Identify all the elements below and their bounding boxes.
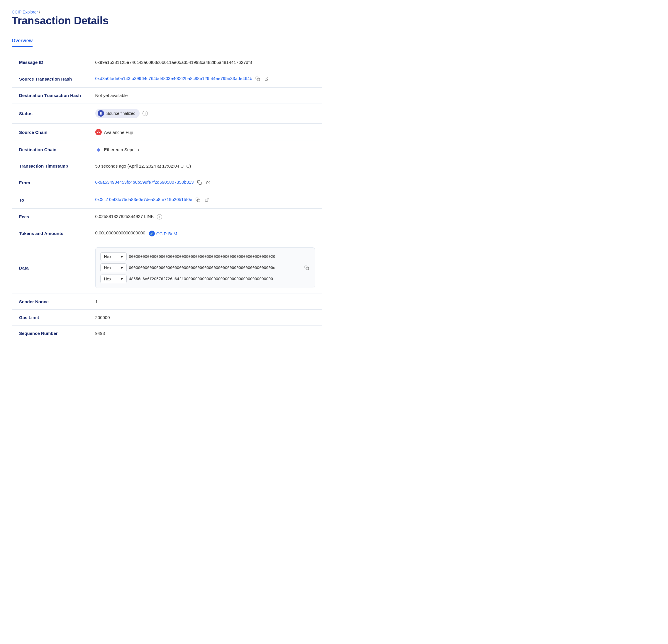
copy-to[interactable] <box>195 197 201 203</box>
value-sequence-number: 9493 <box>88 326 322 341</box>
row-from: From 0x6a534904453fc4b6b599fe7f2d6905807… <box>12 174 322 191</box>
fees-value: 0.025881327825344927 LINK <box>95 214 154 219</box>
hex-label-2: Hex <box>104 277 111 281</box>
value-timestamp: 50 seconds ago (April 12, 2024 at 17:02:… <box>88 158 322 174</box>
status-info-icon[interactable]: i <box>142 111 148 116</box>
row-fees: Fees 0.025881327825344927 LINK i <box>12 209 322 225</box>
value-from: 0x6a534904453fc4b6b599fe7f2d6905807350b8… <box>88 174 322 191</box>
copy-data-icon[interactable] <box>304 265 310 271</box>
row-source-chain: Source Chain Avalanche Fuji <box>12 124 322 141</box>
avax-icon <box>95 129 102 135</box>
tabs-container: Overview <box>12 35 322 47</box>
fees-info-icon[interactable]: i <box>157 214 162 219</box>
value-message-id: 0x99a15381125e740c43a60f03c6b011ae05a354… <box>88 54 322 70</box>
label-fees: Fees <box>12 209 88 225</box>
source-tx-hash-link[interactable]: 0xd3a0fade0e143fb39964c764bd4803e40062ba… <box>95 76 253 81</box>
token-name-link[interactable]: CCIP-BnM <box>156 231 178 236</box>
chevron-down-icon-1: ▾ <box>121 265 123 270</box>
svg-line-1 <box>266 77 268 79</box>
data-row-2: Hex ▾ 48656c6c6f20576f726c64210000000000… <box>100 274 310 283</box>
value-tokens: 0.0010000000000000000 🔗 CCIP-BnM <box>88 225 322 242</box>
breadcrumb: CCIP Explorer / <box>12 10 322 15</box>
row-timestamp: Transaction Timestamp 50 seconds ago (Ap… <box>12 158 322 174</box>
status-badge-icon: ⏸ <box>98 110 104 116</box>
row-message-id: Message ID 0x99a15381125e740c43a60f03c6b… <box>12 54 322 70</box>
eth-icon: ◆ <box>95 146 102 153</box>
value-data: Hex ▾ 0000000000000000000000000000000000… <box>88 242 322 294</box>
row-gas-limit: Gas Limit 200000 <box>12 310 322 326</box>
hex-value-2: 48656c6c6f20576f726c64210000000000000000… <box>129 277 310 281</box>
external-to[interactable] <box>203 197 210 203</box>
svg-rect-2 <box>199 182 201 185</box>
row-source-tx-hash: Source Transaction Hash 0xd3a0fade0e143f… <box>12 70 322 88</box>
row-status: Status ⏸ Source finalized i <box>12 104 322 124</box>
value-to: 0x0cc10ef3fa75da83e0e7dea8b8fe719b20515f… <box>88 191 322 209</box>
page-title: Transaction Details <box>12 15 322 27</box>
value-source-chain: Avalanche Fuji <box>88 124 322 141</box>
dest-chain-icon: ◆ Ethereum Sepolia <box>95 146 139 153</box>
row-sequence-number: Sequence Number 9493 <box>12 326 322 341</box>
chevron-down-icon-0: ▾ <box>121 254 123 259</box>
row-sender-nonce: Sender Nonce 1 <box>12 294 322 310</box>
external-source-tx-hash[interactable] <box>263 76 270 82</box>
value-fees: 0.025881327825344927 LINK i <box>88 209 322 225</box>
svg-line-5 <box>207 198 208 200</box>
svg-rect-4 <box>197 199 200 202</box>
value-source-tx-hash: 0xd3a0fade0e143fb39964c764bd4803e40062ba… <box>88 70 322 88</box>
label-sequence-number: Sequence Number <box>12 326 88 341</box>
svg-rect-6 <box>306 267 309 270</box>
label-source-chain: Source Chain <box>12 124 88 141</box>
chevron-down-icon-2: ▾ <box>121 277 123 281</box>
row-dest-tx-hash: Destination Transaction Hash Not yet ava… <box>12 88 322 104</box>
label-gas-limit: Gas Limit <box>12 310 88 326</box>
details-table: Message ID 0x99a15381125e740c43a60f03c6b… <box>12 54 322 341</box>
hex-format-1[interactable]: Hex ▾ <box>100 263 127 272</box>
tab-overview[interactable]: Overview <box>12 35 33 47</box>
label-status: Status <box>12 104 88 124</box>
label-source-tx-hash: Source Transaction Hash <box>12 70 88 88</box>
data-rows-container: Hex ▾ 0000000000000000000000000000000000… <box>100 252 310 283</box>
value-dest-chain: ◆ Ethereum Sepolia <box>88 141 322 158</box>
data-row-1: Hex ▾ 0000000000000000000000000000000000… <box>100 263 310 272</box>
from-link[interactable]: 0x6a534904453fc4b6b599fe7f2d6905807350b8… <box>95 179 194 185</box>
row-data: Data Hex ▾ 00000000000000000000000000000… <box>12 242 322 294</box>
external-from[interactable] <box>205 179 211 186</box>
hex-value-0: 0000000000000000000000000000000000000000… <box>129 255 310 259</box>
svg-line-3 <box>208 181 210 183</box>
value-dest-tx-hash: Not yet available <box>88 88 322 104</box>
label-tokens: Tokens and Amounts <box>12 225 88 242</box>
status-badge: ⏸ Source finalized <box>95 109 140 118</box>
label-data: Data <box>12 242 88 294</box>
label-to: To <box>12 191 88 209</box>
status-badge-text: Source finalized <box>106 111 136 116</box>
row-to: To 0x0cc10ef3fa75da83e0e7dea8b8fe719b205… <box>12 191 322 209</box>
row-tokens: Tokens and Amounts 0.0010000000000000000… <box>12 225 322 242</box>
label-dest-chain: Destination Chain <box>12 141 88 158</box>
hex-label-1: Hex <box>104 265 111 270</box>
label-message-id: Message ID <box>12 54 88 70</box>
hex-value-1: 0000000000000000000000000000000000000000… <box>129 266 301 270</box>
label-from: From <box>12 174 88 191</box>
copy-source-tx-hash[interactable] <box>255 76 261 82</box>
data-section: Hex ▾ 0000000000000000000000000000000000… <box>95 247 315 288</box>
row-dest-chain: Destination Chain ◆ Ethereum Sepolia <box>12 141 322 158</box>
data-row-0: Hex ▾ 0000000000000000000000000000000000… <box>100 252 310 261</box>
label-dest-tx-hash: Destination Transaction Hash <box>12 88 88 104</box>
value-gas-limit: 200000 <box>88 310 322 326</box>
hex-format-2[interactable]: Hex ▾ <box>100 274 127 283</box>
value-status: ⏸ Source finalized i <box>88 104 322 124</box>
source-chain-name: Avalanche Fuji <box>104 130 133 135</box>
breadcrumb-parent[interactable]: CCIP Explorer <box>12 10 38 14</box>
label-timestamp: Transaction Timestamp <box>12 158 88 174</box>
token-amount: 0.0010000000000000000 <box>95 230 146 235</box>
value-sender-nonce: 1 <box>88 294 322 310</box>
hex-label-0: Hex <box>104 254 111 259</box>
hex-format-0[interactable]: Hex ▾ <box>100 252 127 261</box>
to-link[interactable]: 0x0cc10ef3fa75da83e0e7dea8b8fe719b20515f… <box>95 197 192 202</box>
svg-rect-0 <box>257 78 260 81</box>
label-sender-nonce: Sender Nonce <box>12 294 88 310</box>
source-chain-icon: Avalanche Fuji <box>95 129 133 135</box>
copy-from[interactable] <box>196 179 203 186</box>
dest-chain-name: Ethereum Sepolia <box>104 147 139 152</box>
breadcrumb-separator: / <box>39 10 40 14</box>
